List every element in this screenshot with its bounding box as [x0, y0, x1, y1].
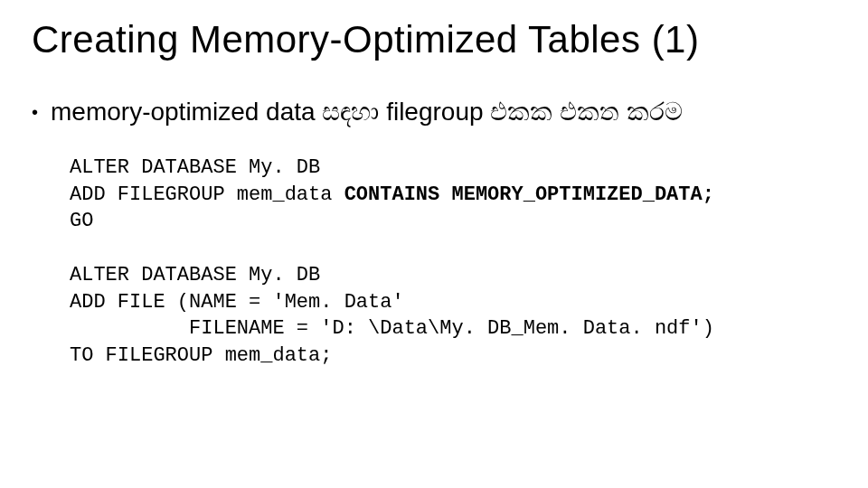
code-line: ADD FILEGROUP mem_data	[70, 183, 344, 206]
bullet-text: memory-optimized data සඳහා filegroup එකක…	[51, 98, 683, 127]
code-line: FILENAME = 'D: \Data\My. DB_Mem. Data. n…	[70, 317, 714, 340]
code-line: ADD FILE (NAME = 'Mem. Data'	[70, 291, 404, 314]
code-line: TO FILEGROUP mem_data;	[70, 344, 332, 367]
code-block-2: ALTER DATABASE My. DB ADD FILE (NAME = '…	[70, 262, 836, 370]
page-title: Creating Memory-Optimized Tables (1)	[32, 18, 836, 61]
spacer	[32, 235, 836, 262]
bullet-item: • memory-optimized data සඳහා filegroup එ…	[32, 98, 836, 127]
code-line: ALTER DATABASE My. DB	[70, 264, 320, 286]
code-line-bold: CONTAINS MEMORY_OPTIMIZED_DATA;	[344, 183, 714, 206]
slide: Creating Memory-Optimized Tables (1) • m…	[0, 0, 868, 488]
code-line: ALTER DATABASE My. DB	[70, 156, 320, 179]
code-line: GO	[70, 210, 93, 232]
bullet-dot-icon: •	[32, 102, 38, 123]
code-block-1: ALTER DATABASE My. DB ADD FILEGROUP mem_…	[70, 155, 836, 235]
